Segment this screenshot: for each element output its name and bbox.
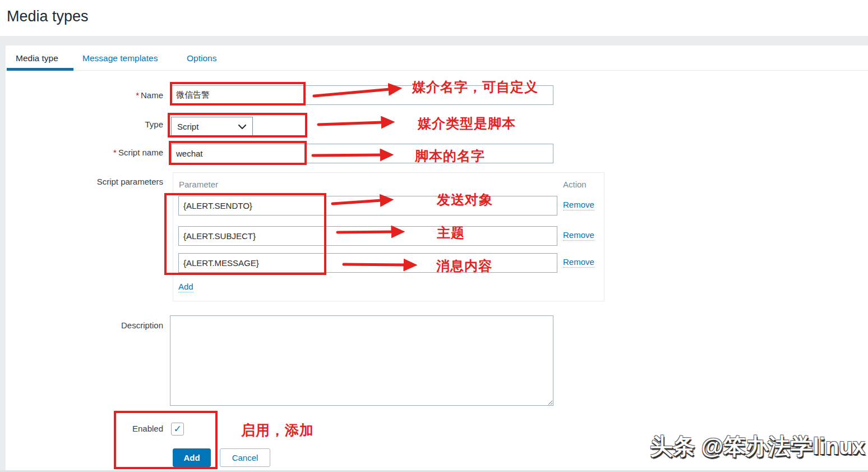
chevron-down-icon (238, 124, 247, 130)
tab-divider (6, 70, 868, 71)
parameter-column-header: Parameter (179, 180, 218, 189)
tab-message-templates[interactable]: Message templates (82, 53, 158, 63)
annotation-text-enabled: 启用，添加 (241, 421, 314, 439)
required-asterisk: * (113, 148, 117, 157)
add-parameter-link[interactable]: Add (178, 282, 193, 292)
active-tab-underline (7, 68, 73, 71)
remove-parameter-link[interactable]: Remove (563, 200, 594, 210)
script-name-input[interactable] (171, 144, 553, 163)
annotation-text-type: 媒介类型是脚本 (418, 114, 516, 132)
script-name-label: *Script name (0, 148, 163, 157)
enabled-label: Enabled (0, 424, 163, 433)
type-label: Type (0, 120, 163, 129)
parameter-input-sendto[interactable] (178, 196, 557, 216)
enabled-checkbox[interactable]: ✓ (171, 423, 184, 436)
required-asterisk: * (136, 90, 139, 100)
description-label: Description (0, 320, 163, 330)
arrow-type (318, 122, 382, 125)
tab-options[interactable]: Options (187, 53, 216, 63)
type-select-value: Script (177, 122, 198, 131)
watermark: 头条 @笨办法学linux (650, 431, 865, 462)
script-parameters-panel: Parameter Action Remove Remove Remove Ad… (173, 172, 604, 301)
name-label: *Name (0, 90, 163, 100)
script-parameters-label: Script parameters (0, 177, 163, 186)
page-left-margin (0, 36, 6, 472)
name-input[interactable] (171, 85, 553, 105)
check-icon: ✓ (173, 424, 181, 434)
page-background-band (0, 36, 868, 45)
type-select[interactable]: Script (171, 117, 253, 136)
remove-parameter-link[interactable]: Remove (563, 230, 594, 241)
description-textarea[interactable] (170, 315, 553, 406)
page-title: Media types (7, 8, 89, 25)
parameter-input-message[interactable] (178, 253, 557, 273)
action-column-header: Action (563, 180, 587, 189)
cancel-button[interactable]: Cancel (220, 448, 270, 467)
add-button[interactable]: Add (173, 448, 211, 467)
tab-media-type[interactable]: Media type (16, 53, 58, 63)
parameter-input-subject[interactable] (178, 226, 557, 246)
remove-parameter-link[interactable]: Remove (563, 257, 594, 268)
